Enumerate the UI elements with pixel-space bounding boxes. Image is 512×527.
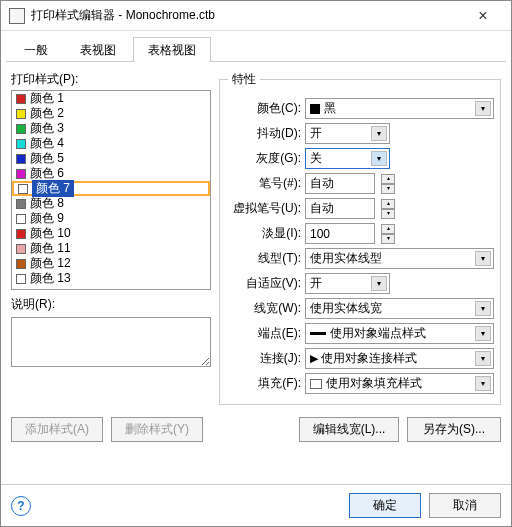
screen-stepper[interactable]: ▴▾ [381,224,395,244]
properties-group: 特性 颜色(C): 黑 ▾ 抖动(D): 开 ▾ 灰度(G): [219,71,501,405]
color-swatch-icon [16,124,26,134]
list-item[interactable]: 颜色 13 [12,271,210,286]
help-button[interactable]: ? [11,496,31,516]
color-swatch-icon [16,94,26,104]
pen-input[interactable]: 自动 [305,173,375,194]
list-item[interactable]: 颜色 7 [12,181,210,196]
lweight-label: 线宽(W): [226,300,301,317]
screen-label: 淡显(I): [226,225,301,242]
adapt-select[interactable]: 开 ▾ [305,273,390,294]
color-swatch-icon [18,184,28,194]
vpen-input[interactable]: 自动 [305,198,375,219]
color-swatch-icon [16,244,26,254]
fill-select[interactable]: 使用对象填充样式 ▾ [305,373,494,394]
titlebar: 打印样式编辑器 - Monochrome.ctb × [1,1,511,31]
pen-label: 笔号(#): [226,175,301,192]
vpen-stepper[interactable]: ▴▾ [381,199,395,219]
description-input[interactable] [11,317,211,367]
tab-bar: 一般 表视图 表格视图 [1,31,511,62]
list-item[interactable]: 颜色 2 [12,106,210,121]
ok-button[interactable]: 确定 [349,493,421,518]
black-chip-icon [310,104,320,114]
tab-general[interactable]: 一般 [9,37,63,62]
gray-select[interactable]: 关 ▾ [305,148,390,169]
chevron-down-icon: ▾ [371,276,387,291]
color-swatch-icon [16,169,26,179]
plot-styles-label: 打印样式(P): [11,71,211,88]
chevron-down-icon: ▾ [475,301,491,316]
add-style-button[interactable]: 添加样式(A) [11,417,103,442]
list-item[interactable]: 颜色 6 [12,166,210,181]
edit-lineweight-button[interactable]: 编辑线宽(L)... [299,417,399,442]
list-item[interactable]: 颜色 4 [12,136,210,151]
app-icon [9,8,25,24]
properties-legend: 特性 [228,71,260,88]
chevron-down-icon: ▾ [475,326,491,341]
save-as-button[interactable]: 另存为(S)... [407,417,501,442]
endcap-label: 端点(E): [226,325,301,342]
line-icon [310,332,326,335]
ltype-select[interactable]: 使用实体线型 ▾ [305,248,494,269]
color-swatch-icon [16,109,26,119]
adapt-label: 自适应(V): [226,275,301,292]
chevron-down-icon: ▾ [371,126,387,141]
chevron-down-icon: ▾ [475,376,491,391]
join-label: 连接(J): [226,350,301,367]
pen-stepper[interactable]: ▴▾ [381,174,395,194]
list-item-label: 颜色 13 [30,270,71,287]
color-swatch-icon [16,139,26,149]
tab-table[interactable]: 表视图 [65,37,131,62]
list-item[interactable]: 颜色 5 [12,151,210,166]
dither-label: 抖动(D): [226,125,301,142]
chevron-down-icon: ▾ [475,101,491,116]
screen-input[interactable]: 100 [305,223,375,244]
gray-label: 灰度(G): [226,150,301,167]
box-icon [310,379,322,389]
color-swatch-icon [16,259,26,269]
list-item[interactable]: 颜色 8 [12,196,210,211]
list-item[interactable]: 颜色 11 [12,241,210,256]
color-swatch-icon [16,274,26,284]
plot-styles-list[interactable]: 颜色 1颜色 2颜色 3颜色 4颜色 5颜色 6颜色 7颜色 8颜色 9颜色 1… [11,90,211,290]
endcap-select[interactable]: 使用对象端点样式 ▾ [305,323,494,344]
description-label: 说明(R): [11,296,211,313]
color-swatch-icon [16,214,26,224]
list-item[interactable]: 颜色 1 [12,91,210,106]
cancel-button[interactable]: 取消 [429,493,501,518]
vpen-label: 虚拟笔号(U): [226,200,301,217]
ltype-label: 线型(T): [226,250,301,267]
window-title: 打印样式编辑器 - Monochrome.ctb [31,7,463,24]
list-item[interactable]: 颜色 3 [12,121,210,136]
join-select[interactable]: ▶ 使用对象连接样式 ▾ [305,348,494,369]
color-swatch-icon [16,229,26,239]
list-item[interactable]: 颜色 12 [12,256,210,271]
list-item[interactable]: 颜色 9 [12,211,210,226]
chevron-down-icon: ▾ [475,351,491,366]
join-icon: ▶ [310,352,318,365]
color-select[interactable]: 黑 ▾ [305,98,494,119]
color-swatch-icon [16,199,26,209]
chevron-down-icon: ▾ [475,251,491,266]
delete-style-button[interactable]: 删除样式(Y) [111,417,203,442]
list-item[interactable]: 颜色 10 [12,226,210,241]
close-button[interactable]: × [463,7,503,25]
chevron-down-icon: ▾ [371,151,387,166]
tab-grid[interactable]: 表格视图 [133,37,211,62]
color-swatch-icon [16,154,26,164]
dither-select[interactable]: 开 ▾ [305,123,390,144]
color-label: 颜色(C): [226,100,301,117]
fill-label: 填充(F): [226,375,301,392]
lweight-select[interactable]: 使用实体线宽 ▾ [305,298,494,319]
